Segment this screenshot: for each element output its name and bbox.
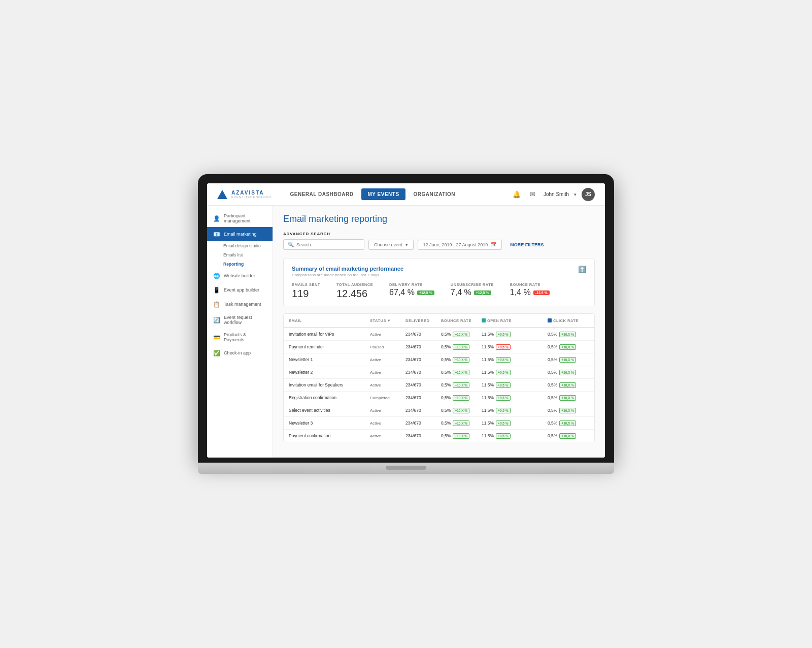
table-row[interactable]: Newsletter 2 Active 234/670 0,5% +10,X %… [284,366,594,379]
cell-delivered: 234/670 [405,395,441,400]
notification-icon[interactable]: 🔔 [511,189,522,200]
sidebar-sub-emails-list[interactable]: Emails list [207,250,273,260]
task-icon: 📋 [213,301,220,308]
metric-audience-value: 12.456 [336,288,373,299]
click-badge: +10,X % [559,382,576,388]
click-badge: +10,X % [559,344,576,350]
cell-open-rate: 11,5% +0,5 % [482,433,548,439]
date-range-button[interactable]: 12 June, 2019 - 27 August 2019 📅 [418,240,502,250]
sidebar-item-checkin[interactable]: ✅ Check-in app [207,346,273,360]
cell-bounce-rate: 0,5% +10,X % [441,408,482,413]
metric-emails-sent: EMAILS SENT 119 [292,282,320,299]
nav-right: 🔔 ✉ John Smith ▾ JS [511,188,595,201]
sidebar-item-email[interactable]: 📧 Email marketing [207,227,273,241]
cell-delivered: 234/670 [405,408,441,413]
table-row[interactable]: Invitation email for VIPs Active 234/670… [284,328,594,341]
cell-open-rate: 11,5% +0,5 % [482,382,548,388]
email-icon: 📧 [213,231,220,238]
summary-metrics: EMAILS SENT 119 TOTAL AUDIENCE 12.456 DE… [292,282,586,299]
cell-status: Active [370,408,405,413]
cell-status: Paused [370,345,405,349]
cell-open-rate: 11,5% +0,5 % [482,332,548,337]
cell-click-rate: 0,5% +10,X % [548,357,595,363]
metric-unsubscribe-value: 7,4 % [451,288,471,297]
user-name[interactable]: John Smith [544,191,569,197]
metric-bounce-value: 1,4 % [510,288,531,297]
th-status[interactable]: STATUS ▾ [370,317,405,324]
bounce-badge: +10,X % [453,357,469,363]
search-input[interactable] [296,242,360,247]
cell-click-rate: 0,5% +10,X % [548,332,595,337]
sidebar-item-participant[interactable]: 👤 Participant management [207,210,273,227]
open-badge: +0,5 % [496,344,510,350]
dropdown-icon: ▾ [405,242,408,247]
logo-area: AZAVISTA EVENT TECHNOLOGY [217,190,272,199]
search-label: ADVANCED SEARCH [283,232,595,236]
open-badge: +0,5 % [496,332,510,337]
th-delivered: DELIVERED [405,317,441,324]
click-badge: +10,X % [559,370,576,375]
page-title: Email marketing reporting [283,214,595,224]
sidebar-item-products[interactable]: 💳 Products & Payments [207,329,273,346]
sidebar-item-workflow[interactable]: 🔄 Event request workflow [207,311,273,329]
nav-organization[interactable]: ORGANIZATION [408,188,461,200]
nav-links: GENERAL DASHBOARD MY EVENTS ORGANIZATION [284,188,511,200]
click-badge: +10,X % [559,357,576,363]
bounce-badge: +10,X % [453,370,469,375]
nav-general[interactable]: GENERAL DASHBOARD [284,188,359,200]
cell-status: Active [370,332,405,337]
cell-click-rate: 0,5% +10,X % [548,395,595,401]
cell-status: Active [370,421,405,426]
bounce-badge: +10,X % [453,395,469,401]
metric-delivery-badge: +12,5 % [417,290,434,295]
cell-bounce-rate: 0,5% +10,X % [441,344,482,350]
cell-delivered: 234/670 [405,357,441,362]
open-badge: +0,5 % [496,395,510,401]
search-row: 🔍 Choose event ▾ 12 June, 2019 - 27 Augu… [283,239,595,250]
sidebar-sub-reporting[interactable]: Reporting [207,260,273,269]
table-row[interactable]: Select event activities Active 234/670 0… [284,404,594,417]
products-icon: 💳 [213,334,220,341]
sort-icon: ▾ [388,318,390,323]
cell-status: Active [370,370,405,375]
cell-bounce-rate: 0,5% +10,X % [441,382,482,388]
cell-email: Newsletter 3 [289,420,370,426]
search-icon: 🔍 [288,242,294,247]
export-icon[interactable]: ⬆️ [578,266,586,273]
metric-unsubscribe-rate: UNSUBSCRIBE RATE 7,4 % +12,5 % [451,282,494,299]
table-row[interactable]: Registration confirmation Completed 234/… [284,392,594,404]
cell-click-rate: 0,5% +10,X % [548,370,595,375]
cell-status: Active [370,383,405,387]
table-row[interactable]: Newsletter 3 Active 234/670 0,5% +10,X %… [284,417,594,430]
metric-unsubscribe-badge: +12,5 % [474,290,491,295]
table-row[interactable]: Payment confirmation Active 234/670 0,5%… [284,430,594,442]
click-badge: +10,X % [559,420,576,426]
nav-myevents[interactable]: MY EVENTS [361,188,405,200]
sidebar-item-event-app[interactable]: 📱 Event app builder [207,283,273,297]
search-input-wrap[interactable]: 🔍 [283,239,364,250]
search-section: ADVANCED SEARCH 🔍 Choose event ▾ [283,232,595,250]
table-row[interactable]: Invitation email for Speakers Active 234… [284,379,594,392]
choose-event-button[interactable]: Choose event ▾ [368,240,414,250]
sidebar-item-task[interactable]: 📋 Task management [207,297,273,311]
sidebar-sub-design-studio[interactable]: Email design studio [207,241,273,250]
click-badge: +10,X % [559,433,576,439]
cell-click-rate: 0,5% +10,X % [548,344,595,350]
cell-open-rate: 11,5% +0,5 % [482,370,548,375]
cell-email: Invitation email for VIPs [289,332,370,337]
cell-email: Select event activities [289,408,370,413]
cell-status: Active [370,434,405,438]
sidebar-item-website[interactable]: 🌐 Website builder [207,269,273,283]
more-filters-button[interactable]: MORE FILTERS [506,240,548,249]
bounce-badge: +10,X % [453,332,469,337]
mail-icon[interactable]: ✉ [527,189,538,200]
summary-subtitle: Comparisons are made based on the last 7… [292,273,403,277]
table-row[interactable]: Newsletter 1 Active 234/670 0,5% +10,X %… [284,353,594,366]
cell-delivered: 234/670 [405,420,441,426]
avatar[interactable]: JS [582,188,595,201]
laptop-notch [386,466,426,470]
table-row[interactable]: Payment reminder Paused 234/670 0,5% +10… [284,341,594,353]
chevron-down-icon: ▾ [574,192,577,197]
bounce-badge: +10,X % [453,433,469,439]
summary-header-text: Summary of email marketing performance C… [292,266,403,277]
